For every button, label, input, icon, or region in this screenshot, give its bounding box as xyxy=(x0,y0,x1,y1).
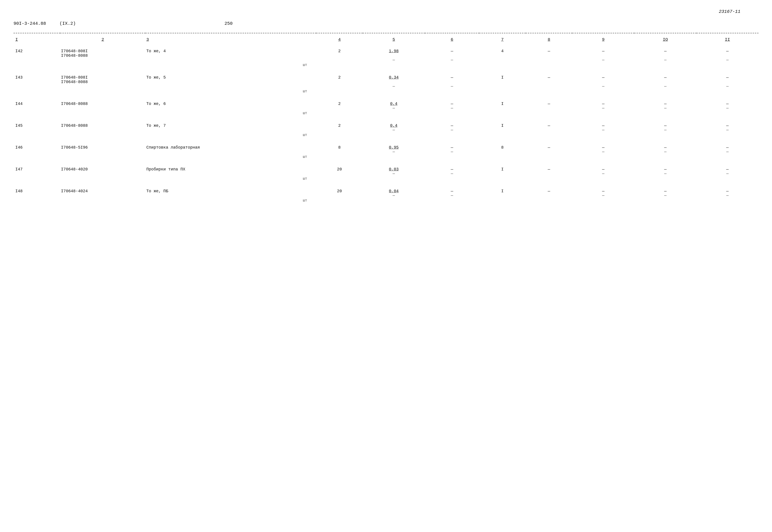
row-id: I42 xyxy=(14,48,60,69)
document-number: 23167-11 xyxy=(14,9,758,14)
table-row-unit: шт xyxy=(14,111,758,118)
table-row-sub: — — — — — xyxy=(14,128,758,133)
row-col5: 1,98 xyxy=(363,48,425,58)
row-col6: — xyxy=(425,100,479,106)
row-article: I70648-808II70648-8088 xyxy=(60,48,145,58)
row-col10: — xyxy=(634,166,696,172)
row-col11: — xyxy=(697,188,758,193)
row-col4: 2 xyxy=(316,122,363,139)
row-col4: 2 xyxy=(316,74,363,96)
row-col9: — xyxy=(572,74,634,84)
row-col6: — xyxy=(425,48,479,58)
row-col4: 2 xyxy=(316,100,363,118)
table-row-unit: шт xyxy=(14,63,758,69)
col-header-6: 6 xyxy=(425,35,479,43)
table-row-unit: шт xyxy=(14,155,758,161)
row-col6: — xyxy=(425,74,479,84)
table-row-sub: — — — — — xyxy=(14,84,758,89)
row-col7: 4 xyxy=(479,48,526,69)
row-col9: — xyxy=(572,48,634,58)
col-header-5: 5 xyxy=(363,35,425,43)
row-col7: 8 xyxy=(479,144,526,161)
row-col11: — xyxy=(697,74,758,84)
row-desc: То же, ПБ xyxy=(145,188,316,193)
table-row-unit: шт xyxy=(14,133,758,139)
col-header-1: I xyxy=(14,35,60,43)
row-article: I70648-4024 xyxy=(60,188,145,193)
table-row-sub: — — — — — xyxy=(14,58,758,63)
col-header-7: 7 xyxy=(479,35,526,43)
row-col8: — xyxy=(526,188,572,205)
row-col9: — xyxy=(572,166,634,172)
table-row: I43 I70648-808II70648-8088 То же, 5 2 0,… xyxy=(14,74,758,84)
row-col5: 0,4 xyxy=(363,100,425,106)
table-row-unit: шт xyxy=(14,199,758,205)
row-col11: — xyxy=(697,100,758,106)
row-article: I70648-5I96 xyxy=(60,144,145,150)
table-row-sub: — — — — — xyxy=(14,193,758,199)
row-col7: I xyxy=(479,166,526,183)
doc-code: 90I-3-244.88 xyxy=(14,21,46,26)
table-row-unit: шт xyxy=(14,177,758,183)
doc-header: 90I-3-244.88 (IX.2) 250 xyxy=(14,21,758,26)
row-col11: — xyxy=(697,166,758,172)
col-header-9: 9 xyxy=(572,35,634,43)
row-col10: — xyxy=(634,74,696,84)
row-article: I70648-4020 xyxy=(60,166,145,172)
row-col7: I xyxy=(479,100,526,118)
row-col9: — xyxy=(572,144,634,150)
row-col4: 8 xyxy=(316,144,363,161)
row-id: I44 xyxy=(14,100,60,118)
col-header-2: 2 xyxy=(60,35,145,43)
row-col5: 0,4 xyxy=(363,122,425,128)
row-article: I70648-8088 xyxy=(60,100,145,106)
table-row: I46 I70648-5I96 Спиртовка лабораторная 8… xyxy=(14,144,758,150)
row-col5: 0,95 xyxy=(363,144,425,150)
row-col4: 20 xyxy=(316,188,363,205)
row-article: I70648-808II70648-8088 xyxy=(60,74,145,84)
row-col11: — xyxy=(697,48,758,58)
table-row: I42 I70648-808II70648-8088 То же, 4 2 1,… xyxy=(14,48,758,58)
col-header-10: IO xyxy=(634,35,696,43)
row-desc: То же, 4 xyxy=(145,48,316,58)
column-headers: I 2 3 4 5 6 7 8 9 IO II xyxy=(14,35,758,43)
row-col5: 0,34 xyxy=(363,74,425,84)
row-col8: — xyxy=(526,74,572,96)
row-id: I46 xyxy=(14,144,60,161)
table-row: I45 I70648-8088 То же, 7 2 0,4 — I — — —… xyxy=(14,122,758,128)
row-desc: Пробирки типа ПХ xyxy=(145,166,316,172)
row-id: I48 xyxy=(14,188,60,205)
doc-standard: (IX.2) xyxy=(59,21,76,26)
row-col8: — xyxy=(526,100,572,118)
col-header-4: 4 xyxy=(316,35,363,43)
row-col6: — xyxy=(425,166,479,172)
row-col9: — xyxy=(572,188,634,193)
row-col8: — xyxy=(526,166,572,183)
row-desc: То же, 7 xyxy=(145,122,316,128)
row-desc: То же, 6 xyxy=(145,100,316,106)
row-col7: I xyxy=(479,122,526,139)
col-header-3: 3 xyxy=(145,35,316,43)
row-col4: 2 xyxy=(316,48,363,69)
row-col10: — xyxy=(634,122,696,128)
row-col10: — xyxy=(634,188,696,193)
row-col8: — xyxy=(526,144,572,161)
row-col11: — xyxy=(697,122,758,128)
row-col11: — xyxy=(697,144,758,150)
row-col7: I xyxy=(479,74,526,96)
main-table: I 2 3 4 5 6 7 8 9 IO II I42 I70648-808II… xyxy=(14,33,758,218)
table-row-unit: шт xyxy=(14,89,758,96)
row-col5: 0,04 xyxy=(363,188,425,193)
row-col9: — xyxy=(572,122,634,128)
row-id: I43 xyxy=(14,74,60,96)
row-col10: — xyxy=(634,48,696,58)
table-row: I44 I70648-8088 То же, 6 2 0,4 — I — — —… xyxy=(14,100,758,106)
row-col5: 0,03 xyxy=(363,166,425,172)
row-col8: — xyxy=(526,122,572,139)
doc-page: 250 xyxy=(225,21,233,26)
row-col6: — xyxy=(425,144,479,150)
row-id: I47 xyxy=(14,166,60,183)
row-col6: — xyxy=(425,188,479,193)
row-col8: — xyxy=(526,48,572,69)
row-col6: — xyxy=(425,122,479,128)
